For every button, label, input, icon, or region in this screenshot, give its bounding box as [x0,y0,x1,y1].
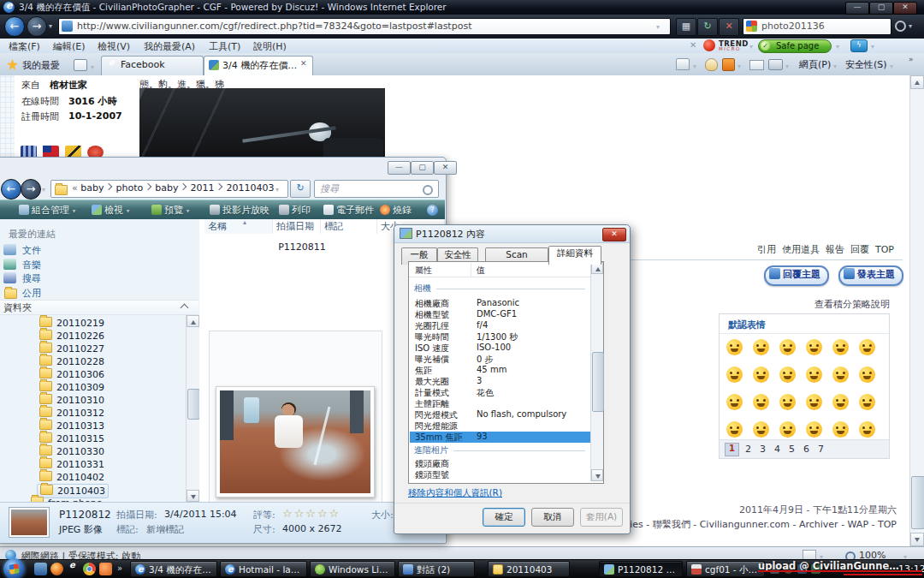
search-input[interactable]: photo201136 [761,21,881,32]
emoticon-icon[interactable] [779,339,796,355]
property-row[interactable]: 焦距45 mm [410,365,590,376]
emoticon-icon[interactable] [779,421,796,438]
property-row[interactable]: 曝光時間1/1300 秒 [410,331,590,343]
menu-view[interactable]: 檢視(V) [98,40,130,53]
points-policy-link[interactable]: 查看積分策略說明 [684,298,890,311]
page-2[interactable]: 2 [745,444,751,455]
taskbar-button-thread[interactable]: 3/4 機的存在價... [130,561,217,577]
menu-favorites[interactable]: 我的最愛(A) [144,40,195,53]
explorer-back-button[interactable]: ← [1,179,21,200]
cancel-button[interactable]: 取消 [531,508,574,527]
reply-link[interactable]: 回覆 [850,244,869,255]
use-props-link[interactable]: 使用道具 [782,244,820,255]
property-row[interactable]: ISO 速度ISO-100 [410,343,590,354]
tree-scroll-up-icon[interactable] [187,315,199,327]
page-1[interactable]: 1 [725,443,739,456]
column-tags[interactable]: 標記 [321,219,377,234]
emoticon-icon[interactable] [859,339,875,355]
explorer-close-button[interactable]: ✕ [434,161,457,175]
taskbar-button-paint[interactable]: cgf01 - 小畫家 [686,561,765,577]
trend-wtp-icon[interactable]: ϟ [850,39,868,52]
nav-documents[interactable]: 文件 [22,244,41,257]
favorites-star-icon[interactable] [7,59,18,70]
details-tags-value[interactable]: 新增標記 [146,523,184,536]
emoticon-icon[interactable] [726,421,743,438]
explorer-minimize-button[interactable]: — [388,161,411,175]
emoticon-icon[interactable] [753,421,769,438]
home-icon[interactable] [676,58,690,70]
page-5[interactable]: 5 [789,444,795,455]
favorites-button[interactable]: 我的最愛 [22,59,60,72]
ok-button[interactable]: 確定 [483,508,525,527]
crumb-baby2[interactable]: baby [155,182,178,194]
print-button[interactable]: 列印 [279,204,311,217]
tab-close-icon[interactable]: ✕ [300,59,307,68]
feed-dropdown[interactable] [737,60,741,71]
minimize-button[interactable]: — [845,2,869,15]
details-date-value[interactable]: 3/4/2011 15:04 [164,509,237,520]
taskbar-button-hotmail[interactable]: Hotmail - ladios... [220,561,307,577]
report-link[interactable]: 報告 [826,244,844,255]
preview-button[interactable]: 預覽 [151,204,190,217]
safe-page-button[interactable]: ✓ Safe page [758,39,832,53]
address-dropdown[interactable] [656,21,660,32]
page-4[interactable]: 4 [774,444,780,455]
emoticon-icon[interactable] [726,339,743,355]
show-desktop-icon[interactable] [34,563,47,575]
folder-item[interactable]: 20110226 [39,330,104,343]
folder-item[interactable]: 20110313 [39,420,104,432]
quicklaunch-overflow-chevron[interactable]: » [117,563,122,573]
organize-button[interactable]: 組合管理 [19,204,76,217]
tab-active-thread[interactable]: 3/4 機的存在價值 - Civ... ✕ [204,56,313,75]
folder-item[interactable]: 20110312 [39,407,104,420]
property-row[interactable]: 鏡頭型號 [410,469,590,480]
emoticon-icon[interactable] [806,339,822,355]
chrome-icon[interactable] [83,563,96,575]
compatibility-view-button[interactable]: ▦ [676,18,696,36]
tab-details[interactable]: 詳細資料 [548,246,601,265]
quicklaunch-app-icon[interactable] [99,563,112,575]
menu-help[interactable]: 說明(H) [253,40,287,53]
property-row[interactable]: 閃光燈模式No flash, compulsory [410,409,590,420]
emoticon-icon[interactable] [806,421,822,438]
page-scrollbar[interactable] [909,75,924,546]
folder-item[interactable]: 20110219 [39,317,104,330]
breadcrumb-bar[interactable]: « babyphotobaby201120110403 [50,180,288,198]
media-player-icon[interactable] [50,563,63,575]
emoticon-icon[interactable] [753,339,769,355]
emoticon-icon[interactable] [726,394,743,410]
crumb-baby[interactable]: baby [80,182,104,194]
taskbar-button-windows-live[interactable]: Windows Live ... [310,561,395,577]
page-7[interactable]: 7 [818,444,824,455]
crumb-20110403[interactable]: 20110403 [226,182,274,194]
menu-edit[interactable]: 編輯(E) [53,40,86,53]
emoticon-icon[interactable] [779,366,796,383]
taskbar-button-chat[interactable]: 對話 (2) [398,561,475,577]
crumb-2011[interactable]: 2011 [190,182,214,194]
tree-scrollbar[interactable] [186,315,199,502]
quick-tabs-dropdown[interactable] [91,61,94,72]
start-button[interactable] [3,558,25,578]
explorer-history-dropdown[interactable] [42,183,45,194]
page-3[interactable]: 3 [760,444,766,455]
views-button[interactable]: 檢視 [92,204,130,217]
folder-item[interactable]: 20110228 [39,355,104,368]
property-row-selected[interactable]: 35mm 焦距93 [410,432,590,443]
file-label-p1120811[interactable]: P1120811 [251,241,353,253]
emoticon-icon[interactable] [832,394,849,410]
folder-item[interactable]: 20110331 [39,458,104,471]
emoticon-icon[interactable] [832,421,849,438]
value-column-header[interactable]: 值 [477,265,485,277]
nav-searches[interactable]: 搜尋 [22,272,41,285]
burn-button[interactable]: 燒錄 [380,204,412,217]
forward-button[interactable]: → [27,16,47,37]
file-item-p1120812[interactable]: P1120812 [209,331,382,520]
column-date-taken[interactable]: 拍攝日期 [273,219,321,234]
dialog-scrollbar-thumb[interactable] [592,352,604,412]
nav-public[interactable]: 公用 [22,287,41,300]
property-row[interactable]: 計量模式花色 [410,387,590,398]
top-link[interactable]: TOP [875,244,894,255]
column-name[interactable]: 名稱▴ [204,219,273,234]
explorer-search-box[interactable]: 搜尋 [314,180,439,198]
emoticon-icon[interactable] [726,366,743,383]
